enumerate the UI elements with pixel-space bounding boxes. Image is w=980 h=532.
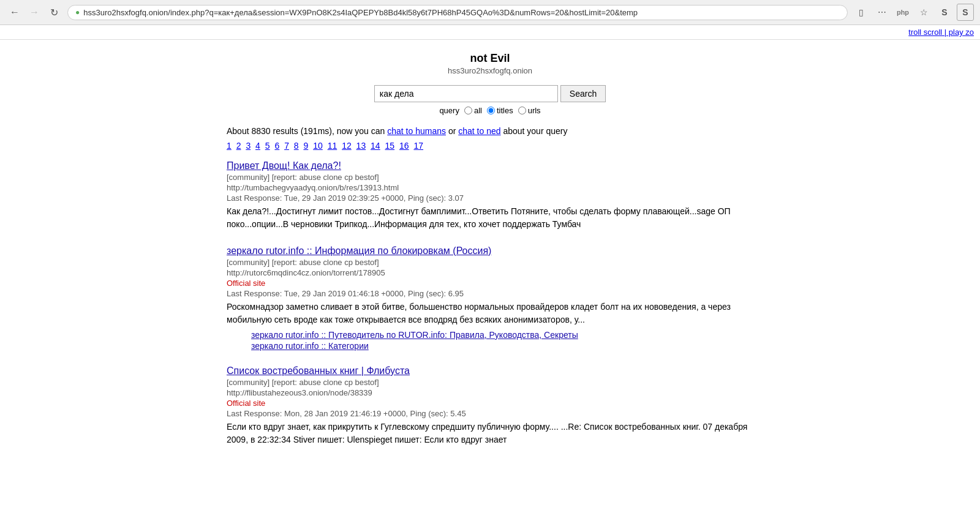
- search-form: Search query all titles urls: [227, 85, 753, 115]
- forward-button[interactable]: →: [26, 4, 43, 21]
- result-url-2: http://flibustahezeous3.onion/node/38339: [227, 388, 753, 397]
- nav-buttons: ← → ↻: [6, 4, 62, 21]
- result-meta-1: [community] [report: abuse clone cp best…: [227, 258, 753, 267]
- option-all[interactable]: all: [464, 106, 482, 115]
- summary-text: About 8830 results (191ms), now you can: [227, 126, 385, 136]
- reload-button[interactable]: ↻: [45, 4, 62, 21]
- page-16[interactable]: 16: [399, 141, 409, 151]
- option-titles[interactable]: titles: [487, 106, 513, 115]
- browser-chrome: ← → ↻ ● hss3uro2hsxfogfq.onion/index.php…: [0, 0, 980, 40]
- result-item-1: зеркало rutor.info :: Информация по блок…: [227, 245, 753, 351]
- search-input[interactable]: [374, 85, 558, 102]
- result-meta-2: [community] [report: abuse clone cp best…: [227, 378, 753, 387]
- result-items-container: Привет Двощ! Как дела?! [community] [rep…: [227, 160, 753, 446]
- page-7[interactable]: 7: [284, 141, 289, 151]
- top-links-bar: troll scroll | play zo: [0, 25, 980, 39]
- page-1[interactable]: 1: [227, 141, 232, 151]
- profile-button[interactable]: S: [957, 4, 974, 21]
- result-ping-2: Last Response: Mon, 28 Jan 2019 21:46:19…: [227, 409, 753, 418]
- page-14[interactable]: 14: [371, 141, 380, 151]
- address-text: hss3uro2hsxfogfq.onion/index.php?q=как+д…: [83, 8, 840, 17]
- result-description-0: Как дела?!...Достигнут лимит постов...До…: [227, 205, 753, 231]
- menu-button[interactable]: ⋯: [873, 4, 891, 21]
- option-urls[interactable]: urls: [518, 106, 541, 115]
- page-17[interactable]: 17: [413, 141, 423, 151]
- page-2[interactable]: 2: [236, 141, 241, 151]
- page-content: not Evil hss3uro2hsxfogfq.onion Search q…: [214, 40, 766, 473]
- page-10[interactable]: 10: [313, 141, 323, 151]
- result-title-link-1[interactable]: зеркало rutor.info :: Информация по блок…: [227, 245, 491, 256]
- browser-toolbar: ← → ↻ ● hss3uro2hsxfogfq.onion/index.php…: [0, 0, 980, 25]
- account-button[interactable]: S: [936, 4, 953, 21]
- result-url-0: http://tumbachegvyaadyq.onion/b/res/1391…: [227, 183, 753, 192]
- result-ping-1: Last Response: Tue, 29 Jan 2019 01:46:18…: [227, 289, 753, 298]
- official-badge-2: Official site: [227, 399, 753, 408]
- chat-ned-link[interactable]: chat to ned: [458, 126, 500, 136]
- official-badge-1: Official site: [227, 279, 753, 288]
- result-title-2: Список востребованных книг | Флибуста: [227, 365, 753, 377]
- result-ping-0: Last Response: Tue, 29 Jan 2019 02:39:25…: [227, 193, 753, 203]
- result-title-1: зеркало rutor.info :: Информация по блок…: [227, 245, 753, 257]
- radio-titles[interactable]: [487, 107, 495, 114]
- query-label: query: [439, 106, 459, 115]
- pagination: 1 2 3 4 5 6 7 8 9 10 11 12 13 14 15 16 1…: [227, 141, 753, 151]
- browser-actions: ▯ ⋯ php ☆ S S: [853, 4, 974, 21]
- result-title-link-2[interactable]: Список востребованных книг | Флибуста: [227, 365, 410, 376]
- page-13[interactable]: 13: [356, 141, 366, 151]
- result-item-2: Список востребованных книг | Флибуста [c…: [227, 365, 753, 446]
- lock-icon: ●: [75, 8, 80, 17]
- php-badge[interactable]: php: [894, 4, 911, 21]
- result-url-1: http://rutorc6mqdinc4cz.onion/torrent/17…: [227, 268, 753, 277]
- page-5[interactable]: 5: [265, 141, 270, 151]
- page-3[interactable]: 3: [246, 141, 251, 151]
- summary-end: about your query: [503, 126, 567, 136]
- page-8[interactable]: 8: [294, 141, 299, 151]
- result-title-link-0[interactable]: Привет Двощ! Как дела?!: [227, 160, 341, 171]
- page-4[interactable]: 4: [255, 141, 260, 151]
- page-15[interactable]: 15: [385, 141, 395, 151]
- bookmark-button[interactable]: ☆: [915, 4, 932, 21]
- result-title-0: Привет Двощ! Как дела?!: [227, 160, 753, 171]
- page-11[interactable]: 11: [328, 141, 337, 151]
- result-item-0: Привет Двощ! Как дела?! [community] [rep…: [227, 160, 753, 231]
- results-summary: About 8830 results (191ms), now you can …: [227, 126, 753, 136]
- sublink-1-0[interactable]: зеркало rutor.info :: Путеводитель по RU…: [251, 330, 753, 340]
- back-button[interactable]: ←: [6, 4, 23, 21]
- page-9[interactable]: 9: [304, 141, 309, 151]
- page-6[interactable]: 6: [274, 141, 279, 151]
- result-description-2: Если кто вдруг знает, как прикрутить к Г…: [227, 421, 753, 446]
- radio-urls[interactable]: [518, 107, 526, 114]
- radio-all[interactable]: [464, 107, 472, 114]
- site-title: not Evil: [227, 52, 753, 65]
- search-button[interactable]: Search: [560, 85, 606, 102]
- sub-links-1: зеркало rutor.info :: Путеводитель по RU…: [227, 330, 753, 351]
- search-options: query all titles urls: [227, 106, 753, 115]
- address-bar[interactable]: ● hss3uro2hsxfogfq.onion/index.php?q=как…: [67, 5, 848, 20]
- search-row: Search: [227, 85, 753, 102]
- chat-humans-link[interactable]: chat to humans: [387, 126, 446, 136]
- troll-scroll-link[interactable]: troll scroll | play zo: [908, 28, 974, 37]
- site-subtitle: hss3uro2hsxfogfq.onion: [227, 66, 753, 75]
- result-description-1: Роскомнадзор заметно сливает в этой битв…: [227, 301, 753, 326]
- page-12[interactable]: 12: [342, 141, 352, 151]
- extensions-button[interactable]: ▯: [853, 4, 870, 21]
- result-meta-0: [community] [report: abuse clone cp best…: [227, 173, 753, 182]
- sublink-1-1[interactable]: зеркало rutor.info :: Категории: [251, 341, 753, 351]
